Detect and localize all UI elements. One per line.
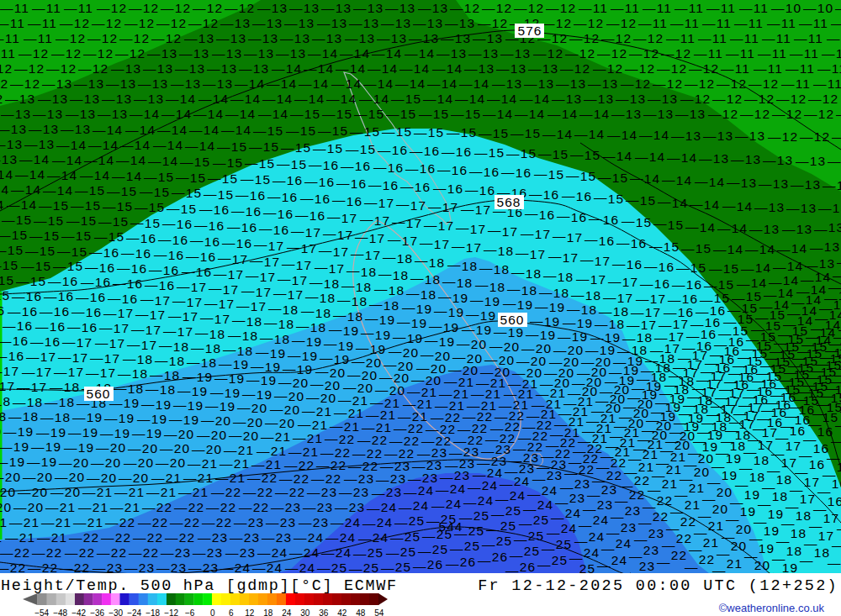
svg-text:—22: —22 bbox=[129, 545, 159, 560]
svg-text:—17: —17 bbox=[548, 249, 579, 265]
svg-text:—13: —13 bbox=[171, 76, 201, 91]
svg-text:—14: —14 bbox=[130, 107, 160, 121]
svg-text:—11: —11 bbox=[611, 1, 640, 15]
svg-text:—13: —13 bbox=[70, 92, 100, 106]
svg-text:—18: —18 bbox=[374, 282, 405, 297]
svg-text:—15: —15 bbox=[144, 170, 174, 184]
svg-text:—13: —13 bbox=[782, 222, 812, 237]
svg-text:—15: —15 bbox=[34, 213, 64, 228]
svg-text:—11: —11 bbox=[638, 16, 668, 30]
svg-text:—18: —18 bbox=[191, 340, 221, 355]
svg-text:6: 6 bbox=[229, 608, 234, 616]
svg-text:—11: —11 bbox=[754, 61, 783, 76]
svg-text:—20: —20 bbox=[96, 440, 126, 455]
svg-text:—12: —12 bbox=[601, 31, 632, 45]
svg-text:—12: —12 bbox=[56, 31, 86, 45]
svg-text:—15: —15 bbox=[322, 107, 352, 121]
svg-text:—15: —15 bbox=[676, 261, 706, 275]
svg-text:—24: —24 bbox=[252, 561, 283, 575]
svg-text:—17: —17 bbox=[204, 296, 235, 312]
svg-text:—12: —12 bbox=[629, 46, 659, 61]
svg-text:—14: —14 bbox=[198, 92, 229, 106]
svg-text:—12: —12 bbox=[657, 61, 687, 76]
svg-text:—14: —14 bbox=[148, 154, 178, 168]
svg-text:—21: —21 bbox=[5, 530, 35, 545]
svg-text:—12: —12 bbox=[161, 1, 191, 15]
svg-text:—11: —11 bbox=[64, 1, 93, 15]
svg-text:—10: —10 bbox=[803, 1, 833, 15]
svg-text:—14: —14 bbox=[116, 153, 146, 167]
svg-text:—23: —23 bbox=[262, 530, 292, 545]
svg-text:—11: —11 bbox=[739, 1, 769, 15]
svg-text:—24: —24 bbox=[404, 483, 434, 498]
svg-text:—15: —15 bbox=[510, 126, 541, 140]
svg-text:—15: —15 bbox=[172, 185, 202, 200]
svg-text:—16: —16 bbox=[469, 164, 500, 179]
svg-text:—21: —21 bbox=[41, 515, 71, 529]
svg-text:—24: —24 bbox=[463, 493, 494, 510]
svg-text:—13: —13 bbox=[24, 137, 55, 151]
svg-text:—16: —16 bbox=[437, 162, 468, 177]
svg-text:—14: —14 bbox=[579, 107, 610, 121]
svg-text:—22: —22 bbox=[101, 530, 131, 545]
svg-text:—11: —11 bbox=[0, 16, 25, 30]
svg-text:—13: —13 bbox=[413, 16, 443, 30]
svg-text:—14: —14 bbox=[483, 107, 513, 121]
svg-text:—14: —14 bbox=[267, 76, 297, 91]
svg-text:—19: —19 bbox=[470, 292, 500, 308]
svg-text:—10: —10 bbox=[831, 16, 841, 30]
svg-text:—13: —13 bbox=[436, 46, 467, 61]
svg-text:−12: −12 bbox=[164, 608, 178, 616]
svg-text:—16: —16 bbox=[8, 304, 38, 319]
svg-text:—13: —13 bbox=[791, 177, 821, 192]
svg-text:—12: —12 bbox=[621, 76, 651, 91]
svg-text:—17: —17 bbox=[200, 310, 230, 326]
svg-text:—18: —18 bbox=[484, 242, 514, 258]
svg-text:—25: —25 bbox=[418, 542, 448, 558]
svg-text:—19: —19 bbox=[137, 412, 167, 426]
svg-text:—21: —21 bbox=[0, 530, 3, 545]
svg-text:—18: —18 bbox=[475, 277, 505, 293]
svg-text:—18: —18 bbox=[150, 367, 180, 382]
svg-text:—22: —22 bbox=[275, 485, 305, 499]
svg-text:—19: —19 bbox=[526, 327, 556, 342]
svg-text:—11: —11 bbox=[762, 31, 791, 45]
svg-text:—17: —17 bbox=[364, 195, 394, 210]
svg-text:—17: —17 bbox=[291, 224, 321, 240]
svg-text:—13: —13 bbox=[381, 16, 411, 30]
svg-text:—17: —17 bbox=[576, 271, 606, 287]
svg-text:—15: —15 bbox=[626, 192, 656, 208]
svg-text:—18: —18 bbox=[415, 253, 445, 269]
svg-text:—21: —21 bbox=[146, 485, 177, 499]
svg-text:—16: —16 bbox=[40, 304, 70, 319]
svg-text:—18: —18 bbox=[539, 285, 569, 301]
svg-text:—15: —15 bbox=[167, 201, 197, 216]
svg-text:—14: —14 bbox=[713, 242, 743, 256]
svg-text:—16: —16 bbox=[227, 219, 257, 234]
svg-text:—16: —16 bbox=[562, 188, 592, 203]
svg-text:—15: —15 bbox=[451, 107, 481, 121]
svg-text:—14: —14 bbox=[405, 46, 435, 61]
svg-text:—13: —13 bbox=[524, 76, 554, 91]
svg-text:—16: —16 bbox=[410, 144, 440, 158]
svg-text:—14: —14 bbox=[359, 92, 389, 106]
svg-text:—24: —24 bbox=[220, 561, 251, 575]
svg-text:—21: —21 bbox=[73, 515, 103, 529]
svg-text:—13: —13 bbox=[244, 46, 274, 61]
svg-text:—18: —18 bbox=[511, 265, 542, 281]
svg-text:—24: —24 bbox=[325, 530, 356, 545]
svg-text:—14: —14 bbox=[299, 76, 329, 91]
svg-text:—21: —21 bbox=[82, 485, 113, 499]
svg-text:—16: —16 bbox=[30, 334, 61, 349]
svg-text:—20: —20 bbox=[0, 470, 21, 484]
svg-text:—22: —22 bbox=[239, 500, 269, 514]
svg-text:—11: —11 bbox=[28, 16, 57, 30]
svg-text:—18: —18 bbox=[410, 271, 441, 287]
svg-text:—21: —21 bbox=[224, 443, 254, 457]
svg-text:—13: —13 bbox=[500, 46, 531, 61]
svg-text:—16: —16 bbox=[640, 276, 670, 291]
svg-text:—14: —14 bbox=[395, 76, 426, 91]
svg-text:—18: —18 bbox=[333, 308, 363, 324]
svg-text:—16: —16 bbox=[644, 259, 674, 274]
svg-text:—12: —12 bbox=[685, 76, 715, 91]
